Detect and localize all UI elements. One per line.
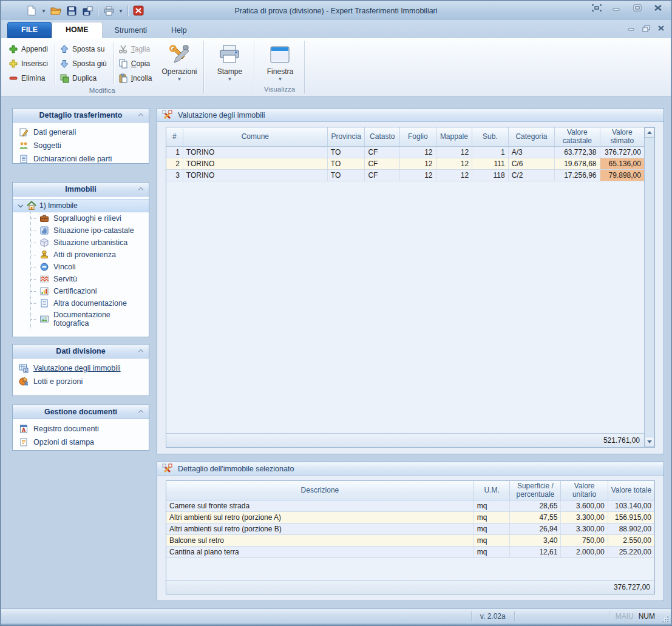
tree-item-vincoli[interactable]: Vincoli	[31, 261, 149, 273]
collapse-chevron-icon[interactable]	[139, 409, 144, 414]
tree-item-atti[interactable]: Atti di provenienza	[31, 249, 149, 261]
column-header[interactable]: Categoria	[509, 127, 555, 146]
column-header[interactable]: Valore stimato	[600, 127, 644, 146]
sidebar-item-opzioni-stampa[interactable]: Opzioni di stampa	[13, 436, 149, 449]
new-dropdown-icon[interactable]: ▾	[40, 4, 47, 18]
vertical-scrollbar[interactable]	[644, 127, 654, 447]
print-options-icon	[19, 437, 29, 447]
incolla-button[interactable]: Incolla	[117, 71, 156, 86]
tools-icon	[169, 43, 189, 66]
blue-book-icon	[39, 226, 49, 235]
table-row[interactable]: Camere sul fronte strada mq 28,65 3.600,…	[166, 500, 654, 512]
mdi-minimize-icon[interactable]	[628, 25, 635, 32]
num-indicator: NUM	[637, 612, 656, 621]
copy-icon	[118, 59, 128, 69]
print-icon[interactable]	[101, 4, 116, 18]
tree-item-urbanistica[interactable]: Situazione urbanistica	[31, 237, 149, 249]
column-header[interactable]: Valore totale	[608, 481, 654, 500]
resize-grip[interactable]	[660, 614, 668, 622]
column-header[interactable]: Superficie / percentuale	[510, 481, 561, 500]
close-red-icon[interactable]	[131, 4, 146, 18]
taglia-button[interactable]: Taglia	[117, 42, 156, 56]
column-header[interactable]: U.M.	[474, 481, 510, 500]
tree-item-servitu[interactable]: Servitù	[31, 273, 149, 285]
photo-icon	[39, 314, 49, 324]
table-row[interactable]: Altri ambienti sul retro (porzione A) mq…	[166, 512, 654, 523]
section-title: Dati divisione	[56, 347, 105, 355]
sidebar-item-soggetti[interactable]: Soggetti	[13, 139, 149, 152]
group-modifica: Appendi Inserisci Elimina Sposta	[1, 38, 203, 96]
column-header[interactable]: Mappale	[436, 127, 473, 146]
collapse-chevron-icon[interactable]	[139, 113, 144, 118]
finestra-button[interactable]: Finestra ▼	[259, 41, 301, 86]
table-row[interactable]: 3 TORINO TO CF 12 12 118 C/2 17.256,96 7…	[166, 170, 644, 181]
sidebar-item-valutazione[interactable]: Σ Valutazione degli immobili	[13, 362, 149, 375]
new-document-icon[interactable]	[24, 4, 39, 18]
house-icon	[27, 201, 36, 210]
column-header[interactable]: Foglio	[400, 127, 436, 146]
sidebar-item-lotti[interactable]: Lotti e porzioni	[13, 375, 149, 388]
copia-button[interactable]: Copia	[117, 56, 156, 71]
group-label-visualizza: Visualizza	[255, 86, 304, 96]
column-header[interactable]: Catasto	[365, 127, 400, 146]
tree-item-immobile[interactable]: 1) Immobile	[13, 199, 149, 212]
app-window: Pratica di prova (divisione) - Expert Tr…	[0, 0, 672, 626]
collapse-chevron-icon[interactable]	[139, 349, 144, 354]
sidebar-item-dati-generali[interactable]: Dati generali	[13, 126, 149, 139]
tree-item-altra-doc[interactable]: Altra documentazione	[31, 297, 149, 309]
save-as-icon[interactable]	[80, 4, 95, 18]
detail-header-row: Descrizione U.M. Superficie / percentual…	[166, 481, 654, 500]
open-folder-icon[interactable]	[49, 4, 63, 18]
minimize-icon[interactable]	[613, 4, 625, 12]
tab-help[interactable]: Help	[159, 23, 199, 38]
inserisci-button[interactable]: Inserisci	[7, 56, 52, 71]
tab-file[interactable]: FILE	[7, 22, 52, 38]
collapse-chevron-icon[interactable]	[139, 187, 144, 192]
tab-home[interactable]: HOME	[52, 22, 103, 38]
print-dropdown-icon[interactable]: ▾	[117, 4, 124, 18]
table-row[interactable]: Balcone sul retro mq 3,40 750,00 2.550,0…	[166, 535, 654, 547]
tree-item-sopralluoghi[interactable]: Sopralluoghi e rilievi	[31, 212, 149, 224]
tree-item-ipo-catastale[interactable]: Situazione ipo-catastale	[31, 224, 149, 237]
mdi-restore-icon[interactable]	[642, 25, 650, 32]
table-row[interactable]: 1 TORINO TO CF 12 12 1 A/3 63.772,38 376…	[166, 147, 644, 158]
column-header[interactable]: Valore catastale	[555, 127, 600, 146]
sidebar-item-registro[interactable]: A Registro documenti	[13, 422, 149, 436]
restriction-icon	[39, 262, 49, 272]
stampe-button[interactable]: Stampe ▼	[208, 41, 251, 86]
tree-item-certificazioni[interactable]: Certificazioni	[31, 285, 149, 297]
maximize-icon[interactable]	[633, 4, 645, 12]
sposta-su-button[interactable]: Sposta su	[58, 42, 110, 56]
sposta-giu-button[interactable]: Sposta giù	[58, 56, 110, 71]
table-row[interactable]: 2 TORINO TO CF 12 12 111 C/6 19.678,68 6…	[166, 158, 644, 170]
qat-separator	[98, 5, 98, 16]
chart-icon	[39, 286, 49, 296]
table-row[interactable]: Altri ambienti sul retro (porzione B) mq…	[166, 523, 654, 535]
scroll-down-icon[interactable]	[645, 437, 654, 447]
tab-strumenti[interactable]: Strumenti	[103, 23, 160, 38]
dropdown-caret-icon: ▼	[228, 76, 232, 82]
table-row[interactable]: Cantina al piano terra mq 12,61 2.000,00…	[166, 547, 654, 558]
sidebar-item-dichiarazioni[interactable]: Dichiarazioni delle parti	[13, 152, 149, 166]
column-header[interactable]: Sub.	[472, 127, 509, 146]
tree-item-doc-fotografica[interactable]: Documentazione fotografica	[31, 309, 149, 329]
column-header[interactable]: Provincia	[328, 127, 365, 146]
close-icon[interactable]	[654, 4, 666, 12]
save-icon[interactable]	[64, 4, 79, 18]
valuation-total-row: 521.761,00	[166, 433, 644, 447]
operazioni-button[interactable]: Operazioni ▼	[158, 41, 200, 87]
document-lines-icon	[19, 154, 29, 164]
scroll-up-icon[interactable]	[645, 127, 654, 138]
column-header[interactable]: Descrizione	[166, 481, 474, 500]
mdi-close-icon[interactable]	[657, 25, 665, 32]
elimina-button[interactable]: Elimina	[7, 71, 52, 86]
tree-expander-icon[interactable]	[18, 203, 24, 209]
column-header[interactable]: Comune	[183, 127, 328, 146]
svg-text:A: A	[22, 428, 26, 433]
column-header[interactable]: #	[166, 127, 183, 146]
duplica-button[interactable]: Duplica	[58, 71, 110, 86]
column-header[interactable]: Valore unitario	[561, 481, 608, 500]
fullscreen-icon[interactable]	[592, 4, 604, 12]
window-controls	[592, 4, 666, 12]
appendi-button[interactable]: Appendi	[7, 42, 52, 56]
